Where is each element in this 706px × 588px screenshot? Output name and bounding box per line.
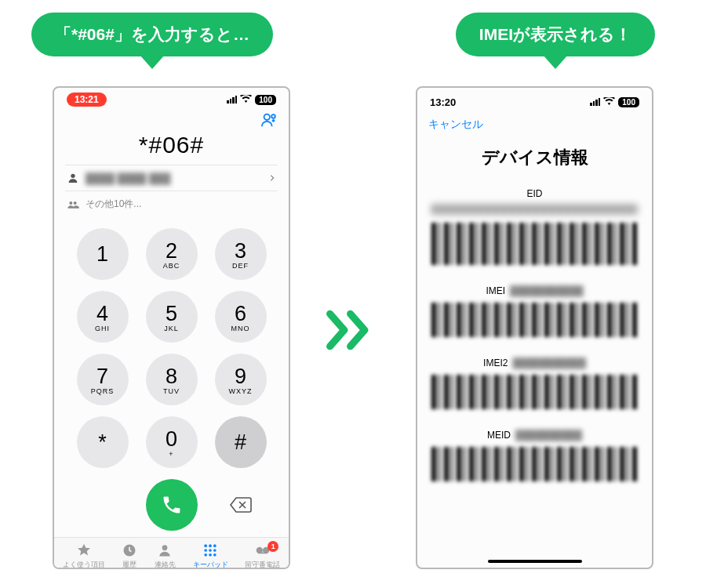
svg-point-18 [257,548,262,554]
imei2-value-blurred: ███████████ [512,358,586,368]
status-bar: 13:21 100 [54,88,289,107]
key-star[interactable]: * [77,416,129,468]
device-info-title: デバイス情報 [417,135,652,183]
battery-level: 100 [255,95,276,105]
cancel-button[interactable]: キャンセル [428,114,641,132]
svg-point-10 [209,544,212,547]
meid-value-blurred: ██████████ [515,430,582,441]
phone-dialer-screen: 13:21 100 *#06# ████ ████ ███ その他10件... … [53,86,290,569]
call-button[interactable] [146,479,198,531]
imei-value-blurred: ███████████ [510,285,584,296]
svg-point-12 [204,549,207,552]
svg-point-11 [213,544,217,547]
svg-point-2 [71,174,75,178]
status-time-recording: 13:21 [67,93,107,107]
eid-value-blurred [431,204,638,215]
phone-device-info-screen: 13:20 100 キャンセル デバイス情報 EID IMEI█████████… [416,86,653,569]
chevron-right-icon [344,310,373,350]
status-time: 13:20 [430,96,456,108]
suggestion-blurred: ████ ████ ███ [86,172,262,184]
key-0[interactable]: 0+ [146,416,198,468]
svg-point-4 [74,201,77,205]
key-9[interactable]: 9WXYZ [215,354,267,405]
tab-label: 履歴 [122,560,136,569]
speech-bubble-left: 「*#06#」を入力すると… [31,13,273,56]
field-meid-label: MEID██████████ [431,425,638,441]
tab-label: よく使う項目 [63,560,105,569]
suggestion-more-row[interactable]: その他10件... [65,191,278,217]
suggestion-row[interactable]: ████ ████ ███ [65,165,278,191]
field-eid-label: EID [431,183,638,199]
svg-point-15 [204,554,207,557]
tab-keypad[interactable]: キーパッド [193,543,228,569]
wifi-icon [603,96,615,108]
status-bar: 13:20 100 [417,88,652,111]
key-1[interactable]: 1 [77,228,129,280]
suggestion-more-text: その他10件... [86,198,141,211]
chevron-right-icon [268,174,276,182]
tab-label: 連絡先 [155,560,176,569]
key-3[interactable]: 3DEF [215,228,267,280]
key-8[interactable]: 8TUV [146,354,198,405]
meid-barcode [431,447,638,481]
tab-contacts[interactable]: 連絡先 [155,543,176,569]
people-icon [67,200,79,209]
arrow-chevrons [324,310,373,350]
delete-button[interactable] [215,479,267,531]
tab-label: キーパッド [193,560,228,569]
tab-bar: よく使う項目 履歴 連絡先 キーパッド 1 留守番電話 [54,537,289,569]
key-hash[interactable]: # [215,416,267,468]
signal-icon [227,96,237,103]
tab-favorites[interactable]: よく使う項目 [63,543,105,569]
person-icon [67,172,79,184]
signal-icon [590,98,600,106]
svg-point-16 [209,554,212,557]
svg-point-3 [69,201,72,205]
svg-point-0 [264,114,270,120]
contact-share-icon[interactable] [260,111,278,129]
svg-point-1 [271,114,275,118]
tab-label: 留守番電話 [245,560,280,569]
key-5[interactable]: 5JKL [146,291,198,343]
svg-point-8 [162,545,168,550]
battery-level: 100 [618,97,639,107]
field-imei2-label: IMEI2███████████ [431,353,638,368]
key-7[interactable]: 7PQRS [77,354,129,405]
key-4[interactable]: 4GHI [77,291,129,343]
svg-point-9 [204,544,207,547]
imei2-barcode [431,375,638,409]
voicemail-badge: 1 [267,541,278,552]
svg-point-13 [209,549,212,552]
key-6[interactable]: 6MNO [215,291,267,343]
field-imei-label: IMEI███████████ [431,281,638,296]
wifi-icon [240,94,252,106]
speech-bubble-right: IMEIが表示される！ [456,13,655,56]
svg-point-17 [213,554,217,557]
tab-voicemail[interactable]: 1 留守番電話 [245,543,280,569]
tab-recents[interactable]: 履歴 [122,543,137,569]
svg-point-14 [213,549,217,552]
imei-barcode [431,303,638,337]
eid-barcode [431,223,638,265]
key-2[interactable]: 2ABC [146,228,198,280]
dialed-number: *#06# [65,129,278,165]
home-indicator [488,560,582,563]
keypad: 12ABC3DEF4GHI5JKL6MNO7PQRS8TUV9WXYZ*0+# [54,217,289,468]
